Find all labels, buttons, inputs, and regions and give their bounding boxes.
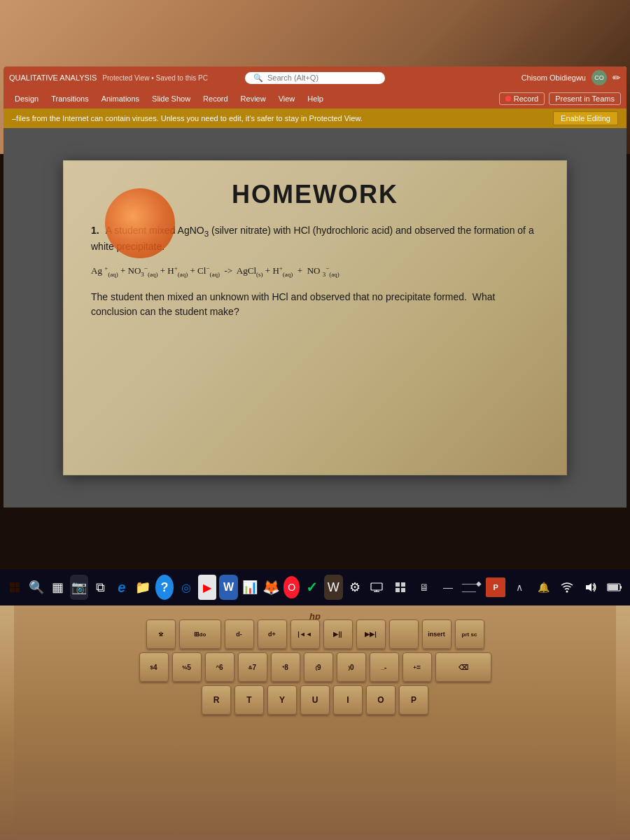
svg-rect-0: [371, 583, 382, 590]
svg-rect-10: [608, 584, 618, 590]
taskbar-file-explorer[interactable]: 📁: [134, 575, 153, 600]
key-asterisk[interactable]: ※: [146, 620, 176, 649]
present-teams-label[interactable]: Present in Teams: [549, 92, 621, 105]
svg-rect-5: [396, 588, 400, 592]
key-4[interactable]: $4: [139, 652, 169, 682]
doc-status: Protected View • Saved to this PC: [102, 74, 208, 82]
taskbar-checkmark[interactable]: ✓: [302, 575, 321, 600]
title-bar-right: Chisom Obidiegwu CO ✏: [522, 70, 621, 85]
key-8[interactable]: *8: [271, 652, 300, 682]
record-button[interactable]: Record: [499, 92, 545, 105]
powerpoint-window: QUALITATIVE ANALYSIS Protected View • Sa…: [4, 66, 626, 507]
key-fn[interactable]: d-: [225, 620, 254, 649]
powerpoint-tray-icon[interactable]: P: [486, 578, 505, 597]
taskbar-settings[interactable]: ⚙: [346, 575, 365, 600]
menu-slideshow[interactable]: Slide Show: [146, 92, 196, 105]
num-row: $4 %5 ^6 &7 *8 (9 )0 _- += ⌫: [42, 652, 588, 682]
key-prtsc[interactable]: prt sc: [455, 620, 484, 649]
key-next[interactable]: ▶▶|: [356, 620, 386, 649]
key-9[interactable]: (9: [304, 652, 333, 682]
key-backspace[interactable]: ⌫: [435, 652, 491, 682]
taskbar-youtube[interactable]: ▶: [198, 575, 217, 600]
taskbar-word[interactable]: W: [219, 575, 238, 600]
menu-design[interactable]: Design: [9, 92, 44, 105]
key-U[interactable]: U: [300, 685, 330, 715]
menu-right: Record Present in Teams: [499, 92, 621, 105]
menu-view[interactable]: View: [273, 92, 301, 105]
key-7[interactable]: &7: [238, 652, 267, 682]
equation-text: Ag +(aq) + NO3−(aq) + H+(aq) + Cl−(aq) -…: [91, 264, 340, 279]
record-dot: [505, 96, 511, 102]
notification-bell[interactable]: 🔔: [533, 578, 553, 597]
slider-icon[interactable]: ——◆——: [462, 578, 482, 597]
taskbar-widgets[interactable]: ▦: [48, 575, 67, 600]
key-playpause[interactable]: ▶||: [323, 620, 353, 649]
keyboard-bezel: hp ※ ⊞do d- d+ |◄◄ ▶|| ▶▶| insert prt sc…: [14, 606, 616, 840]
taskbar-help[interactable]: ?: [155, 575, 174, 600]
minimize-icon[interactable]: —: [438, 578, 458, 597]
search-icon: 🔍: [253, 74, 263, 83]
slide[interactable]: HOMEWORK 1. A student mixed AgNO3 (silve…: [63, 160, 567, 475]
key-T[interactable]: T: [234, 685, 264, 715]
menu-review[interactable]: Review: [235, 92, 272, 105]
slide-followup: The student then mixed an unknown with H…: [91, 290, 539, 319]
key-O[interactable]: O: [366, 685, 396, 715]
chevron-tray[interactable]: ∧: [510, 578, 529, 597]
question-number: 1.: [91, 225, 99, 236]
search-bar[interactable]: 🔍: [245, 72, 385, 84]
menu-record[interactable]: Record: [197, 92, 233, 105]
svg-point-7: [566, 591, 568, 593]
key-P[interactable]: P: [399, 685, 428, 715]
windows-icon: [10, 582, 20, 592]
key-6[interactable]: ^6: [205, 652, 234, 682]
keys-container: ※ ⊞do d- d+ |◄◄ ▶|| ▶▶| insert prt sc $4…: [42, 620, 588, 718]
menu-help[interactable]: Help: [302, 92, 329, 105]
record-label: Record: [514, 94, 538, 103]
key-minus[interactable]: _-: [370, 652, 399, 682]
display-icon[interactable]: [367, 578, 386, 597]
battery-icon[interactable]: [605, 578, 624, 597]
taskbar-edge[interactable]: e: [113, 575, 132, 600]
menu-animations[interactable]: Animations: [96, 92, 145, 105]
key-insert[interactable]: insert: [422, 620, 451, 649]
key-plus[interactable]: +=: [402, 652, 432, 682]
taskbar-camera[interactable]: 📷: [70, 575, 89, 600]
menu-transitions[interactable]: Transitions: [46, 92, 94, 105]
search-input[interactable]: [267, 74, 358, 82]
title-bar: QUALITATIVE ANALYSIS Protected View • Sa…: [4, 66, 626, 89]
key-prev[interactable]: |◄◄: [290, 620, 320, 649]
doc-title: QUALITATIVE ANALYSIS: [9, 74, 97, 82]
taskbar-edge-browser[interactable]: ◎: [176, 575, 195, 600]
taskbar-ppt-pinned[interactable]: 📊: [241, 575, 260, 600]
taskbar-search[interactable]: 🔍: [27, 575, 46, 600]
taskbar-system-tray: 🖥 — ——◆—— P ∧ 🔔: [367, 578, 624, 597]
key-R[interactable]: R: [202, 685, 231, 715]
key-0[interactable]: )0: [337, 652, 366, 682]
svg-rect-11: [620, 586, 622, 589]
volume-icon[interactable]: [581, 578, 601, 597]
monitor-icon[interactable]: 🖥: [414, 578, 434, 597]
key-empty1[interactable]: [389, 620, 419, 649]
user-avatar[interactable]: CO: [592, 70, 607, 85]
menu-bar: Design Transitions Animations Slide Show…: [4, 89, 626, 108]
protected-view-bar: –files from the Internet can contain vir…: [4, 108, 626, 128]
key-I[interactable]: I: [333, 685, 363, 715]
enable-editing-button[interactable]: Enable Editing: [553, 111, 618, 125]
key-Y[interactable]: Y: [267, 685, 297, 715]
taskbar-firefox[interactable]: 🦊: [262, 575, 281, 600]
grid-icon[interactable]: [391, 578, 410, 597]
key-5[interactable]: %5: [172, 652, 202, 682]
taskbar-windows-start[interactable]: [6, 575, 24, 600]
number-key-row: ※ ⊞do d- d+ |◄◄ ▶|| ▶▶| insert prt sc: [42, 620, 588, 649]
keyboard-area: hp ※ ⊞do d- d+ |◄◄ ▶|| ▶▶| insert prt sc…: [0, 606, 630, 840]
qwerty-row: R T Y U I O P: [42, 685, 588, 715]
key-grid[interactable]: ⊞do: [179, 620, 221, 649]
key-d-plus[interactable]: d+: [258, 620, 287, 649]
taskbar-opera[interactable]: O: [284, 576, 300, 598]
protected-message: –files from the Internet can contain vir…: [12, 114, 546, 122]
wifi-icon[interactable]: [557, 578, 577, 597]
user-name: Chisom Obidiegwu: [522, 74, 586, 82]
taskbar-badge-app[interactable]: W: [324, 575, 343, 600]
slide-area: HOMEWORK 1. A student mixed AgNO3 (silve…: [4, 128, 626, 507]
taskbar-taskview[interactable]: ⧉: [91, 575, 110, 600]
